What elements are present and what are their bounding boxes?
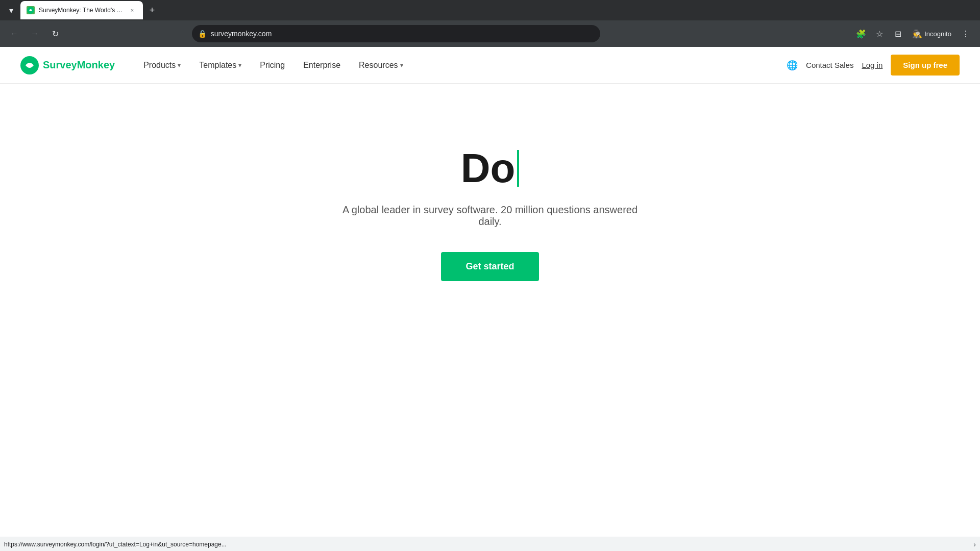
nav-enterprise[interactable]: Enterprise — [295, 57, 349, 74]
tab-bar: ▾ SurveyMonkey: The World's Mo... × + — [0, 0, 980, 20]
status-url: https://www.surveymonkey.com/login/?ut_c… — [4, 541, 227, 548]
tab-favicon — [27, 6, 35, 14]
hero-subtitle: A global leader in survey software. 20 m… — [337, 204, 643, 228]
sidebar-button[interactable]: ⊟ — [890, 26, 906, 42]
templates-label: Templates — [199, 61, 236, 70]
lock-icon: 🔒 — [198, 30, 207, 38]
active-tab[interactable]: SurveyMonkey: The World's Mo... × — [20, 1, 143, 19]
extensions-button[interactable]: 🧩 — [853, 26, 869, 42]
incognito-icon: 🕵 — [912, 29, 922, 39]
status-arrow[interactable]: › — [973, 540, 976, 548]
resources-label: Resources — [359, 61, 398, 70]
website-content: SurveyMonkey Products ▾ Templates ▾ Pric… — [0, 47, 980, 537]
logo[interactable]: SurveyMonkey — [20, 56, 115, 74]
logo-text: SurveyMonkey — [43, 59, 115, 71]
tab-close-button[interactable]: × — [128, 6, 137, 15]
nav-products[interactable]: Products ▾ — [135, 57, 189, 74]
url-text: surveymonkey.com — [211, 30, 272, 38]
navbar: SurveyMonkey Products ▾ Templates ▾ Pric… — [0, 47, 980, 84]
refresh-button[interactable]: ↻ — [47, 26, 63, 42]
incognito-button[interactable]: 🕵 Incognito — [908, 27, 955, 41]
forward-button[interactable]: → — [27, 26, 43, 42]
tab-list-icon: ▾ — [9, 6, 13, 15]
bookmark-icon: ☆ — [876, 29, 883, 39]
login-button[interactable]: Log in — [862, 61, 883, 69]
browser-actions: 🧩 ☆ ⊟ 🕵 Incognito ⋮ — [853, 26, 974, 42]
globe-icon[interactable]: 🌐 — [787, 60, 798, 71]
get-started-button[interactable]: Get started — [441, 252, 538, 281]
new-tab-button[interactable]: + — [145, 3, 159, 17]
nav-actions: 🌐 Contact Sales Log in Sign up free — [787, 55, 960, 76]
nav-links: Products ▾ Templates ▾ Pricing Enterpris… — [135, 57, 787, 74]
back-icon: ← — [10, 29, 18, 38]
incognito-label: Incognito — [924, 30, 951, 38]
hero-title-text: Do — [461, 145, 516, 192]
menu-button[interactable]: ⋮ — [958, 26, 974, 42]
products-chevron-icon: ▾ — [178, 62, 181, 69]
status-bar: https://www.surveymonkey.com/login/?ut_c… — [0, 537, 980, 551]
hero-title: Do — [461, 145, 520, 192]
hero-section: Do A global leader in survey software. 2… — [0, 84, 980, 342]
bookmark-button[interactable]: ☆ — [871, 26, 888, 42]
nav-resources[interactable]: Resources ▾ — [351, 57, 411, 74]
templates-chevron-icon: ▾ — [238, 62, 241, 69]
back-button[interactable]: ← — [6, 26, 22, 42]
browser-chrome: ▾ SurveyMonkey: The World's Mo... × + ← … — [0, 0, 980, 47]
status-right: › — [973, 540, 976, 548]
products-label: Products — [143, 61, 176, 70]
address-bar: ← → ↻ 🔒 surveymonkey.com 🧩 ☆ ⊟ 🕵 Incogni… — [0, 20, 980, 47]
menu-icon: ⋮ — [962, 29, 970, 39]
tab-list-button[interactable]: ▾ — [4, 3, 18, 17]
forward-icon: → — [31, 29, 39, 38]
nav-templates[interactable]: Templates ▾ — [191, 57, 250, 74]
sidebar-icon: ⊟ — [895, 29, 901, 39]
refresh-icon: ↻ — [52, 29, 59, 39]
enterprise-label: Enterprise — [303, 61, 340, 70]
resources-chevron-icon: ▾ — [400, 62, 403, 69]
hero-cursor — [517, 150, 519, 187]
extensions-icon: 🧩 — [856, 29, 866, 39]
contact-sales-link[interactable]: Contact Sales — [806, 61, 853, 69]
logo-icon — [20, 56, 39, 74]
url-bar[interactable]: 🔒 surveymonkey.com — [192, 25, 600, 42]
tab-title: SurveyMonkey: The World's Mo... — [39, 7, 124, 14]
pricing-label: Pricing — [260, 61, 285, 70]
signup-button[interactable]: Sign up free — [891, 55, 960, 76]
nav-pricing[interactable]: Pricing — [252, 57, 293, 74]
